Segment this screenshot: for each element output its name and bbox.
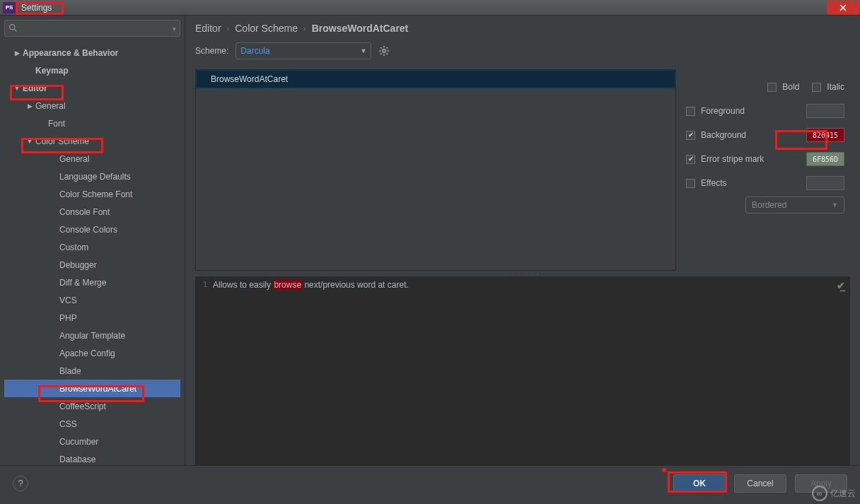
tree-item-font[interactable]: Font bbox=[4, 115, 180, 132]
attribute-panel: Bold Italic Foreground Background 820415… bbox=[686, 69, 850, 271]
tree-item-debugger[interactable]: Debugger bbox=[4, 256, 180, 274]
svg-point-0 bbox=[10, 25, 15, 30]
italic-checkbox[interactable] bbox=[812, 83, 821, 92]
preview-panel: 1 Allows to easily browse next/previous … bbox=[195, 276, 850, 465]
tree-item-label: Console Colors bbox=[59, 225, 117, 235]
tree-item-label: Blade bbox=[59, 366, 81, 376]
attribute-list[interactable]: BrowseWordAtCaret bbox=[195, 69, 676, 271]
app-icon: PS bbox=[3, 2, 16, 13]
tree-item-language-defaults[interactable]: Language Defaults bbox=[4, 168, 180, 185]
tree-item-label: PHP bbox=[59, 313, 77, 323]
effects-type-select[interactable]: Bordered ▼ bbox=[745, 197, 844, 213]
gear-icon[interactable] bbox=[378, 45, 390, 57]
inspection-icon[interactable]: ✔̲ bbox=[837, 280, 845, 291]
tree-item-label: Database bbox=[59, 455, 95, 464]
tree-item-general[interactable]: ▶General bbox=[4, 97, 180, 115]
tree-item-php[interactable]: PHP bbox=[4, 309, 180, 327]
preview-code: Allows to easily browse next/previous wo… bbox=[196, 277, 849, 290]
breadcrumb-current: BrowseWordAtCaret bbox=[312, 23, 409, 34]
tree-item-label: Color Scheme bbox=[35, 136, 89, 146]
window-close-button[interactable] bbox=[827, 1, 859, 15]
chevron-down-icon: ▼ bbox=[25, 138, 34, 145]
tree-item-label: Diff & Merge bbox=[59, 278, 106, 288]
background-swatch[interactable]: 820415 bbox=[806, 128, 844, 142]
tree-item-general[interactable]: General bbox=[4, 150, 180, 168]
tree-item-console-font[interactable]: Console Font bbox=[4, 203, 180, 221]
background-label: Background bbox=[701, 130, 746, 140]
tree-item-appearance-behavior[interactable]: ▶Appearance & Behavior bbox=[4, 44, 180, 61]
effects-checkbox[interactable] bbox=[686, 179, 695, 188]
tree-item-label: Apache Config bbox=[59, 348, 115, 358]
chevron-down-icon: ▼ bbox=[360, 47, 366, 54]
tree-item-label: BrowseWordAtCaret bbox=[59, 384, 136, 394]
svg-line-9 bbox=[380, 53, 382, 54]
tree-item-browsewordatcaret[interactable]: BrowseWordAtCaret bbox=[4, 380, 180, 397]
scheme-value: Darcula bbox=[240, 46, 269, 56]
watermark: ∞ 亿速云 bbox=[812, 486, 856, 501]
errorstripe-swatch[interactable]: 6F856D bbox=[806, 152, 844, 166]
tree-item-coffeescript[interactable]: CoffeeScript bbox=[4, 397, 180, 415]
tree-item-label: Editor bbox=[23, 83, 47, 93]
highlighted-word: browse bbox=[273, 280, 302, 290]
watermark-icon: ∞ bbox=[812, 486, 827, 501]
chevron-down-icon: ▼ bbox=[13, 85, 21, 92]
ok-button[interactable]: OK bbox=[673, 474, 726, 493]
tree-item-cucumber[interactable]: Cucumber bbox=[4, 433, 180, 450]
list-item[interactable]: BrowseWordAtCaret bbox=[196, 70, 675, 88]
splitter-handle[interactable]: · · · · · · bbox=[185, 271, 860, 276]
search-history-icon[interactable]: ▾ bbox=[173, 25, 176, 33]
tree-item-apache-config[interactable]: Apache Config bbox=[4, 344, 180, 362]
effects-type-value: Bordered bbox=[752, 200, 786, 210]
breadcrumb-colorscheme[interactable]: Color Scheme bbox=[235, 23, 298, 34]
chevron-right-icon: › bbox=[303, 24, 306, 33]
bold-checkbox[interactable] bbox=[767, 83, 777, 92]
settings-sidebar: ▾ ▶Appearance & BehaviorKeymap▼Editor▶Ge… bbox=[0, 16, 185, 465]
settings-search-input[interactable] bbox=[4, 20, 180, 37]
close-icon bbox=[839, 4, 847, 11]
tree-item-blade[interactable]: Blade bbox=[4, 362, 180, 380]
tree-item-label: General bbox=[59, 154, 90, 164]
svg-point-2 bbox=[383, 49, 385, 52]
help-button[interactable]: ? bbox=[13, 476, 28, 491]
tree-item-editor[interactable]: ▼Editor bbox=[4, 79, 180, 97]
tree-item-color-scheme-font[interactable]: Color Scheme Font bbox=[4, 185, 180, 203]
cancel-button[interactable]: Cancel bbox=[734, 474, 786, 493]
errorstripe-label: Error stripe mark bbox=[701, 154, 764, 164]
tree-item-label: CSS bbox=[59, 419, 77, 429]
svg-line-7 bbox=[380, 47, 382, 49]
chevron-right-icon: ▶ bbox=[25, 102, 34, 110]
tree-item-console-colors[interactable]: Console Colors bbox=[4, 221, 180, 238]
background-checkbox[interactable] bbox=[686, 131, 695, 140]
tree-item-database[interactable]: Database bbox=[4, 450, 180, 465]
settings-content: Editor › Color Scheme › BrowseWordAtCare… bbox=[185, 16, 860, 465]
tree-item-label: Font bbox=[48, 119, 65, 129]
breadcrumb-editor[interactable]: Editor bbox=[195, 23, 221, 34]
tree-item-label: Debugger bbox=[59, 260, 97, 270]
bold-label: Bold bbox=[782, 82, 799, 92]
tree-item-label: Cucumber bbox=[59, 437, 98, 447]
chevron-right-icon: › bbox=[227, 24, 230, 33]
tree-item-diff-merge[interactable]: Diff & Merge bbox=[4, 274, 180, 291]
tree-item-angular-template[interactable]: Angular Template bbox=[4, 327, 180, 344]
effects-swatch[interactable] bbox=[806, 176, 844, 190]
tree-item-label: Appearance & Behavior bbox=[23, 48, 118, 58]
svg-line-1 bbox=[14, 29, 16, 31]
tree-item-label: General bbox=[35, 101, 66, 111]
tree-item-custom[interactable]: Custom bbox=[4, 238, 180, 256]
svg-line-8 bbox=[387, 53, 388, 54]
tree-item-color-scheme[interactable]: ▼Color Scheme bbox=[4, 132, 180, 150]
tree-item-keymap[interactable]: Keymap bbox=[4, 61, 180, 79]
tree-item-vcs[interactable]: VCS bbox=[4, 291, 180, 309]
italic-label: Italic bbox=[827, 82, 844, 92]
tree-item-css[interactable]: CSS bbox=[4, 415, 180, 433]
foreground-checkbox[interactable] bbox=[686, 107, 695, 116]
chevron-right-icon: ▶ bbox=[13, 49, 21, 57]
errorstripe-checkbox[interactable] bbox=[686, 155, 695, 164]
search-icon bbox=[8, 23, 18, 33]
foreground-swatch[interactable] bbox=[806, 104, 844, 118]
scheme-select[interactable]: Darcula ▼ bbox=[236, 42, 371, 59]
tree-item-label: Custom bbox=[59, 242, 88, 252]
chevron-down-icon: ▼ bbox=[832, 201, 838, 209]
settings-tree[interactable]: ▶Appearance & BehaviorKeymap▼Editor▶Gene… bbox=[4, 41, 180, 465]
tree-item-label: Language Defaults bbox=[59, 172, 131, 182]
